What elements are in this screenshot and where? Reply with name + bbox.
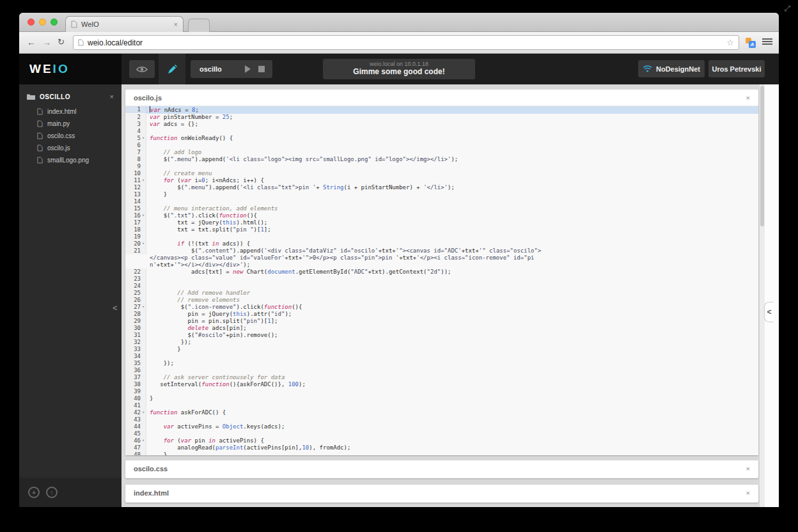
fold-arrow-icon[interactable]: [141, 360, 146, 367]
code-line[interactable]: 17 txt = jQuery(this).html();: [125, 219, 758, 226]
fold-arrow-icon[interactable]: [141, 121, 146, 128]
code-line[interactable]: 18 txt = txt.split("pin ")[1];: [125, 226, 758, 233]
fold-arrow-icon[interactable]: [141, 297, 146, 304]
code-line[interactable]: 42▾ function askForADC() {: [125, 409, 758, 416]
fold-arrow-icon[interactable]: [141, 367, 146, 374]
code-line[interactable]: 48 }: [125, 451, 758, 455]
fold-arrow-icon[interactable]: [141, 283, 146, 290]
play-icon[interactable]: [245, 65, 251, 73]
code-line[interactable]: 15 // menu interaction, add elements: [125, 205, 758, 212]
code-line[interactable]: 13 }: [125, 191, 758, 198]
code-line[interactable]: 14: [125, 198, 758, 205]
bookmark-star-icon[interactable]: ☆: [726, 38, 734, 47]
fold-arrow-icon[interactable]: [141, 142, 146, 149]
code-line[interactable]: 8 $(".menu").append('<li class="logo"><i…: [125, 156, 758, 163]
code-line[interactable]: 2 var pinStartNumber = 25;: [125, 114, 758, 121]
fold-arrow-icon[interactable]: [141, 106, 146, 113]
code-line[interactable]: 4: [125, 128, 758, 135]
code-line[interactable]: 23: [125, 276, 758, 283]
add-file-button[interactable]: +: [28, 487, 40, 498]
fold-arrow-icon[interactable]: [141, 226, 146, 233]
code-line[interactable]: 11▾ for (var i=0; i<nAdcs; i++) {: [125, 177, 758, 184]
editor-close-icon[interactable]: ×: [746, 94, 750, 102]
fold-arrow-icon[interactable]: [141, 451, 146, 455]
fold-arrow-icon[interactable]: ▾: [141, 409, 146, 416]
panel-collapse-handle[interactable]: <: [764, 302, 774, 322]
fold-arrow-icon[interactable]: [141, 149, 146, 156]
code-line[interactable]: 40 }: [125, 395, 758, 402]
translate-icon[interactable]: A: [746, 38, 756, 48]
code-line[interactable]: 26 // remove elements: [125, 297, 758, 304]
tab-close-icon[interactable]: ×: [174, 20, 178, 28]
address-bar[interactable]: weio.local/editor ☆: [73, 35, 739, 50]
fold-arrow-icon[interactable]: [141, 402, 146, 409]
code-line[interactable]: 19: [125, 233, 758, 240]
code-line[interactable]: 33 }: [125, 346, 758, 353]
editor-panel-header[interactable]: oscilo.js ×: [125, 90, 758, 106]
project-row[interactable]: OSCILLO ×: [19, 84, 121, 106]
code-line[interactable]: 24: [125, 283, 758, 290]
code-line[interactable]: 7 // add logo: [125, 149, 758, 156]
fold-arrow-icon[interactable]: ▾: [141, 177, 146, 184]
sidebar-file-item[interactable]: oscilo.css: [19, 130, 121, 142]
code-line[interactable]: 5▾ function onWeioReady() {: [125, 135, 758, 142]
fold-arrow-icon[interactable]: [141, 205, 146, 212]
code-area[interactable]: 1 var nAdcs = 8; 2 var pinStartNumber = …: [125, 106, 758, 455]
scrollbar-thumb[interactable]: [760, 86, 764, 226]
sidebar-file-item[interactable]: main.py: [19, 118, 121, 130]
network-button[interactable]: NoDesignNet: [638, 60, 705, 77]
fold-arrow-icon[interactable]: [141, 395, 146, 402]
code-line[interactable]: 10 // create menu: [125, 170, 758, 177]
code-line[interactable]: 41: [125, 402, 758, 409]
stop-icon[interactable]: [258, 66, 265, 72]
preview-button[interactable]: [129, 60, 155, 78]
fold-arrow-icon[interactable]: [141, 219, 146, 226]
fold-arrow-icon[interactable]: ▾: [141, 135, 146, 142]
sidebar-file-item[interactable]: oscilo.js: [19, 142, 121, 154]
fold-arrow-icon[interactable]: [141, 423, 146, 430]
code-line[interactable]: 32 });: [125, 339, 758, 346]
fold-arrow-icon[interactable]: [141, 416, 146, 423]
fold-arrow-icon[interactable]: [141, 276, 146, 283]
code-line[interactable]: 28 pin = jQuery(this).attr("id");: [125, 311, 758, 318]
fold-arrow-icon[interactable]: [141, 325, 146, 332]
new-tab-button[interactable]: [188, 19, 210, 32]
code-line[interactable]: 38 setInterval(function(){askForADC()}, …: [125, 381, 758, 388]
code-line[interactable]: 39: [125, 388, 758, 395]
edit-button[interactable]: [159, 54, 185, 84]
content-scrollbar[interactable]: [759, 84, 765, 507]
sidebar-file-item[interactable]: smallLogo.png: [19, 154, 121, 166]
code-line[interactable]: 37 // ask server continousely for data: [125, 374, 758, 381]
code-line[interactable]: 30 delete adcs[pin];: [125, 325, 758, 332]
code-line[interactable]: 29 pin = pin.split("pin")[1];: [125, 318, 758, 325]
sidebar-file-item[interactable]: index.html: [19, 106, 121, 118]
code-line[interactable]: 47 analogRead(parseInt(activePins[pin],1…: [125, 444, 758, 451]
fold-arrow-icon[interactable]: [141, 198, 146, 205]
code-line[interactable]: 45: [125, 430, 758, 437]
browser-menu-icon[interactable]: [762, 38, 772, 46]
code-line[interactable]: 3 var adcs = {};: [125, 121, 758, 128]
sidebar-collapse-handle[interactable]: <: [113, 303, 118, 313]
code-line[interactable]: 12 $(".menu").append('<li class="txt">pi…: [125, 184, 758, 191]
fold-arrow-icon[interactable]: [141, 346, 146, 353]
code-line[interactable]: 27▾ $(".icon-remove").click(function(){: [125, 304, 758, 311]
fold-arrow-icon[interactable]: [141, 290, 146, 297]
css-close-icon[interactable]: ×: [746, 465, 750, 473]
code-line[interactable]: 25 // Add remove handler: [125, 290, 758, 297]
fold-arrow-icon[interactable]: [141, 311, 146, 318]
code-line[interactable]: 34: [125, 353, 758, 360]
fold-arrow-icon[interactable]: ▾: [141, 437, 146, 444]
fold-arrow-icon[interactable]: [141, 170, 146, 177]
fold-arrow-icon[interactable]: [141, 430, 146, 437]
reload-button[interactable]: ↻: [58, 36, 65, 48]
fold-arrow-icon[interactable]: [141, 233, 146, 240]
fold-arrow-icon[interactable]: ▾: [141, 212, 146, 219]
fold-arrow-icon[interactable]: [141, 156, 146, 163]
code-line[interactable]: 16▾ $(".txt").click(function(){: [125, 212, 758, 219]
code-line[interactable]: 20▾ if (!(txt in adcs)) {: [125, 240, 758, 247]
traffic-close-button[interactable]: [27, 19, 35, 26]
code-line[interactable]: 31 $("#oscilo"+pin).remove();: [125, 332, 758, 339]
fold-arrow-icon[interactable]: [141, 339, 146, 346]
fold-arrow-icon[interactable]: [141, 269, 146, 276]
user-button[interactable]: Uros Petrevski: [708, 60, 765, 77]
